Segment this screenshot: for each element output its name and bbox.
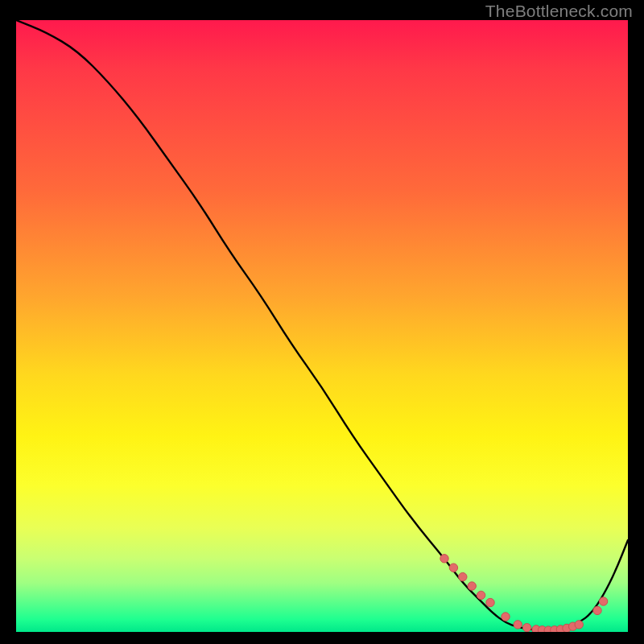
highlight-dot (459, 572, 467, 580)
highlight-dot (502, 613, 510, 621)
chart-stage: TheBottleneck.com (0, 0, 644, 644)
highlight-dot (468, 582, 476, 590)
highlight-dot (440, 555, 448, 563)
curve-path (16, 20, 628, 630)
highlight-dot (599, 597, 607, 605)
highlight-dot (477, 591, 485, 599)
chart-svg (16, 20, 628, 632)
chart-plot-area (16, 20, 628, 632)
highlight-dot (522, 623, 530, 631)
highlight-dot (514, 621, 522, 629)
highlight-dot (593, 606, 601, 614)
watermark-text: TheBottleneck.com (485, 2, 633, 21)
highlight-dot (486, 598, 494, 606)
highlight-dot (449, 564, 457, 572)
highlight-dot (575, 621, 583, 629)
